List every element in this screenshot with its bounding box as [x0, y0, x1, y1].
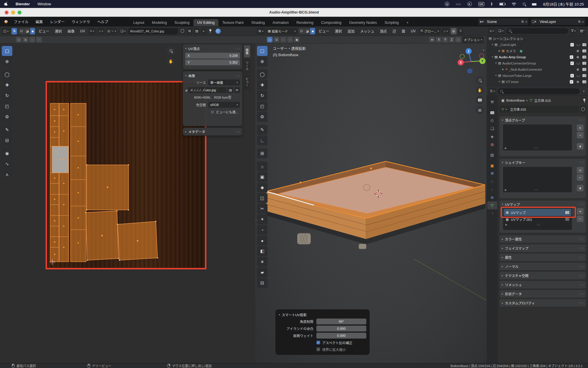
- sidebar-collapse-arrow[interactable]: ‹: [483, 48, 484, 52]
- grammarly-icon[interactable]: G: [445, 2, 449, 6]
- breadcrumb-object[interactable]: BottomBase: [506, 99, 525, 102]
- tool-move[interactable]: ✚: [257, 80, 268, 90]
- panel-grip-icon[interactable]: ∷∷: [579, 161, 584, 164]
- pin-icon[interactable]: [209, 29, 212, 33]
- workspace-tab-shading[interactable]: Shading: [248, 19, 269, 26]
- uv-map-row-secondary[interactable]: ▦ UVマップ.001: [504, 216, 571, 223]
- new-scene-icon[interactable]: ⧉: [522, 20, 524, 24]
- vp-menu-view[interactable]: ビュー: [317, 29, 331, 34]
- workspace-tab-geometry-nodes[interactable]: Geometry Nodes: [345, 19, 380, 26]
- panel-grip-icon[interactable]: ∷∷: [235, 130, 240, 133]
- tab-modifiers[interactable]: ⚒: [487, 170, 497, 178]
- image-name-field[interactable]: Wood027_4K_Color.jpg: [128, 28, 178, 34]
- bluetooth-icon[interactable]: ᛒ: [491, 2, 493, 6]
- view-as-render-checkbox[interactable]: [211, 110, 214, 114]
- mirror-y-button[interactable]: Y: [442, 37, 448, 42]
- uv-circle-select-button[interactable]: ◌: [29, 37, 35, 42]
- outliner-row-audio-connector-group[interactable]: ▼ ▤ AudioConnectorGroup ✓: [487, 60, 588, 66]
- tool-poly-build[interactable]: ✶: [257, 214, 268, 224]
- remove-shape-key-button[interactable]: −: [577, 174, 584, 181]
- overlays-grid-icon[interactable]: ⠿: [458, 28, 463, 34]
- render-camera-icon[interactable]: [582, 49, 586, 52]
- tool-smooth[interactable]: ●: [257, 236, 268, 246]
- remove-viewlayer-icon[interactable]: ×: [582, 20, 584, 24]
- properties-search-input[interactable]: [498, 88, 580, 94]
- tool-loop-cut[interactable]: ◫: [257, 193, 268, 203]
- uv-select-edge-button[interactable]: ◪: [24, 28, 30, 34]
- proportional-editing-button[interactable]: ◎: [451, 28, 457, 34]
- angle-limit-field[interactable]: 66°: [316, 319, 366, 324]
- tool-select-box[interactable]: ▢: [257, 46, 268, 56]
- list-expand-icon[interactable]: ▶: [505, 188, 507, 191]
- panel-grip-icon[interactable]: ∷∷: [579, 203, 584, 206]
- collapse-icon[interactable]: ▾: [502, 119, 503, 122]
- new-collection-button[interactable]: ▤⁺: [579, 28, 586, 34]
- inactive-render-camera-icon[interactable]: [565, 218, 569, 221]
- tool-inset-faces[interactable]: ▣: [257, 172, 268, 182]
- fake-user-shield-button[interactable]: [580, 106, 586, 113]
- tool-shrink-fatten[interactable]: ∗: [257, 257, 268, 267]
- tool-scale[interactable]: ◰: [257, 101, 268, 111]
- uv-tool-select-circle[interactable]: ◯: [2, 69, 12, 79]
- menu-edit[interactable]: 編集: [32, 19, 46, 24]
- mode-dropdown[interactable]: ▦ 編集モード▾: [266, 28, 297, 34]
- uv-tool-pinch[interactable]: ⋏: [2, 170, 12, 180]
- scale-to-bounds-checkbox[interactable]: [316, 347, 320, 351]
- tool-annotate[interactable]: ✎: [257, 125, 268, 135]
- tool-extrude-region[interactable]: ⌂: [257, 161, 268, 171]
- control-center-icon[interactable]: [532, 2, 537, 6]
- uv-menu-image[interactable]: 画像: [65, 29, 76, 34]
- eye-open-icon[interactable]: ◉: [576, 67, 580, 71]
- eye-open-icon[interactable]: ◉: [576, 80, 580, 84]
- render-camera-icon[interactable]: [582, 80, 586, 83]
- outliner-display-mode-button[interactable]: ≡▾: [488, 28, 495, 34]
- uv-tool-annotate[interactable]: ✎: [2, 125, 12, 135]
- checkbox-icon[interactable]: ✓: [570, 80, 573, 84]
- list-expand-icon[interactable]: ▶: [505, 147, 507, 150]
- section-normals[interactable]: ▸ノーマル∷∷: [500, 263, 586, 270]
- tool-transform[interactable]: ⚙: [257, 112, 268, 122]
- tab-collection[interactable]: ▤: [487, 151, 497, 159]
- image-source-dropdown[interactable]: 単一画像▾: [208, 79, 240, 85]
- vp-menu-uv[interactable]: UV: [409, 29, 418, 33]
- tab-view-layer[interactable]: ❏: [487, 125, 497, 132]
- lasso-select-button[interactable]: ◦: [287, 37, 293, 42]
- reload-image-button[interactable]: ⟳: [234, 87, 240, 93]
- snap-dropdown[interactable]: ∩▾: [442, 28, 449, 34]
- new-image-button[interactable]: ⧉: [187, 28, 192, 34]
- tab-render[interactable]: [487, 109, 497, 117]
- circle-select-button[interactable]: ◌: [280, 37, 286, 42]
- menu-help[interactable]: ヘルプ: [94, 19, 112, 24]
- workspace-tab-scripting[interactable]: Scripting: [381, 19, 403, 26]
- eye-closed-icon[interactable]: [577, 44, 580, 46]
- input-source-icon[interactable]: US: [478, 2, 485, 6]
- workspace-tab-sculpting[interactable]: Sculpting: [171, 19, 193, 26]
- spotlight-search-icon[interactable]: [523, 3, 525, 5]
- pivot-point-button[interactable]: ⌖▾: [88, 28, 96, 34]
- render-camera-icon[interactable]: [582, 62, 586, 65]
- eye-open-icon[interactable]: ◉: [576, 49, 580, 53]
- uv-lasso-select-button[interactable]: ◦: [36, 37, 42, 42]
- add-vertex-group-button[interactable]: +: [577, 125, 584, 131]
- properties-options-icon[interactable]: ▾: [581, 90, 586, 93]
- section-color-attributes[interactable]: ▸カラー属性∷∷: [500, 235, 586, 243]
- uv-tool-grab[interactable]: ◉: [2, 148, 12, 158]
- uv-menu-view[interactable]: ビュー: [36, 29, 51, 34]
- workspace-tab-texture-paint[interactable]: Texture Paint: [218, 19, 248, 26]
- uv-tool-cursor[interactable]: ⊕: [2, 57, 12, 67]
- uv-zoom-icon[interactable]: [167, 47, 175, 55]
- vp-menu-select[interactable]: 選択: [333, 29, 344, 34]
- vp-menu-vertex[interactable]: 頂点: [378, 29, 389, 34]
- section-remesh[interactable]: ▸リメッシュ∷∷: [500, 281, 586, 289]
- correct-aspect-checkbox[interactable]: ✓: [316, 341, 320, 344]
- outliner-row-audio-amp-group[interactable]: ▼ ▤ Audio-Amp Group ✓◉: [487, 54, 588, 60]
- section-attributes[interactable]: ▸属性∷∷: [500, 253, 586, 261]
- uv-select-face-button[interactable]: ■: [30, 28, 35, 34]
- uv-menu-uv[interactable]: UV: [78, 29, 87, 33]
- vertex-group-specials-button[interactable]: ▾: [577, 143, 584, 150]
- outliner-row-scene-collection[interactable]: ▤ シーンコレクション: [487, 35, 588, 42]
- unlink-image-button[interactable]: ×: [201, 28, 206, 34]
- open-image-button[interactable]: ▤: [194, 28, 200, 34]
- viewport-3d[interactable]: ⊞▾ ▦ 編集モード▾ ⊡ ◪ ■ ビュー 選択 追加 メッシュ 頂点 辺 面 …: [255, 26, 487, 363]
- battery-icon[interactable]: [499, 3, 505, 6]
